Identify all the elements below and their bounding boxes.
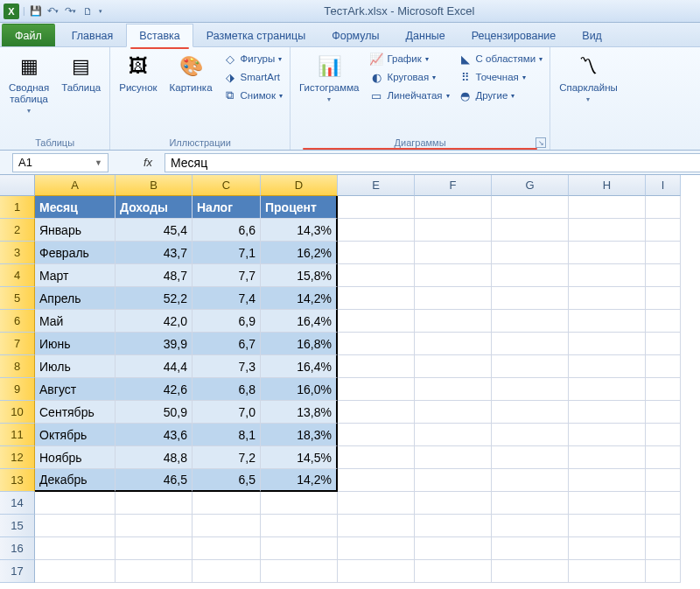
cell-D14[interactable] (261, 492, 338, 515)
cell-H11[interactable] (569, 424, 646, 446)
cell-A3[interactable]: Февраль (35, 242, 116, 264)
cell-E9[interactable] (338, 378, 415, 401)
scatter-chart-button[interactable]: ⠿Точечная ▾ (457, 69, 545, 85)
col-header-G[interactable]: G (492, 175, 569, 196)
cell-A4[interactable]: Март (35, 264, 116, 287)
cell-H4[interactable] (569, 264, 646, 287)
cell-C6[interactable]: 6,9 (192, 310, 261, 333)
cell-A13[interactable]: Декабрь (35, 469, 116, 492)
cell-I12[interactable] (646, 446, 681, 469)
row-header-5[interactable]: 5 (0, 287, 35, 310)
cell-I17[interactable] (646, 560, 681, 583)
cell-D10[interactable]: 13,8% (261, 401, 338, 424)
cell-E10[interactable] (338, 401, 415, 424)
cell-B2[interactable]: 45,4 (116, 219, 192, 242)
tab-page-layout[interactable]: Разметка страницы (193, 24, 318, 46)
cell-D8[interactable]: 16,4% (261, 355, 338, 378)
tab-home[interactable]: Главная (59, 24, 127, 46)
cell-F1[interactable] (415, 196, 492, 219)
cell-F5[interactable] (415, 287, 492, 310)
cell-A5[interactable]: Апрель (35, 287, 116, 310)
col-header-B[interactable]: B (116, 175, 192, 196)
cell-F11[interactable] (415, 424, 492, 446)
shapes-button[interactable]: ◇Фигуры ▾ (221, 51, 284, 67)
cell-B6[interactable]: 42,0 (116, 310, 192, 333)
undo-icon[interactable]: ↶▾ (46, 4, 60, 18)
cell-A14[interactable] (35, 492, 116, 515)
bar-chart-button[interactable]: ▭Линейчатая ▾ (368, 88, 451, 103)
cell-F8[interactable] (415, 355, 492, 378)
cell-D7[interactable]: 16,8% (261, 333, 338, 355)
cell-A11[interactable]: Октябрь (35, 424, 116, 446)
cell-A6[interactable]: Май (35, 310, 116, 333)
cell-D3[interactable]: 16,2% (261, 242, 338, 264)
cell-D13[interactable]: 14,2% (261, 469, 338, 492)
row-header-4[interactable]: 4 (0, 264, 35, 287)
cell-E4[interactable] (338, 264, 415, 287)
row-header-12[interactable]: 12 (0, 446, 35, 469)
cell-A17[interactable] (35, 560, 116, 583)
cell-G10[interactable] (492, 401, 569, 424)
row-header-17[interactable]: 17 (0, 560, 35, 583)
charts-dialog-launcher[interactable]: ↘ (536, 137, 546, 148)
cell-B16[interactable] (116, 537, 192, 560)
col-header-D[interactable]: D (261, 175, 338, 196)
row-header-2[interactable]: 2 (0, 219, 35, 242)
cell-D2[interactable]: 14,3% (261, 219, 338, 242)
excel-app-icon[interactable]: X (4, 4, 19, 19)
cell-A9[interactable]: Август (35, 378, 116, 401)
cell-G11[interactable] (492, 424, 569, 446)
cell-H15[interactable] (569, 515, 646, 537)
col-header-E[interactable]: E (338, 175, 415, 196)
row-header-9[interactable]: 9 (0, 378, 35, 401)
cell-D16[interactable] (261, 537, 338, 560)
cell-A10[interactable]: Сентябрь (35, 401, 116, 424)
cell-E14[interactable] (338, 492, 415, 515)
cell-C5[interactable]: 7,4 (192, 287, 261, 310)
cell-G1[interactable] (492, 196, 569, 219)
cell-C14[interactable] (192, 492, 261, 515)
row-header-1[interactable]: 1 (0, 196, 35, 219)
tab-data[interactable]: Данные (393, 24, 458, 46)
cell-I2[interactable] (646, 219, 681, 242)
cell-I13[interactable] (646, 469, 681, 492)
cell-F9[interactable] (415, 378, 492, 401)
cell-D4[interactable]: 15,8% (261, 264, 338, 287)
tab-view[interactable]: Вид (569, 24, 615, 46)
cell-H5[interactable] (569, 287, 646, 310)
cell-D17[interactable] (261, 560, 338, 583)
cell-H14[interactable] (569, 492, 646, 515)
cell-I5[interactable] (646, 287, 681, 310)
cell-H9[interactable] (569, 378, 646, 401)
tab-formulas[interactable]: Формулы (318, 24, 392, 46)
row-header-7[interactable]: 7 (0, 333, 35, 355)
cell-A16[interactable] (35, 537, 116, 560)
cell-G12[interactable] (492, 446, 569, 469)
cell-C10[interactable]: 7,0 (192, 401, 261, 424)
cell-F16[interactable] (415, 537, 492, 560)
histogram-button[interactable]: 📊 Гистограмма ▾ (296, 51, 362, 105)
cell-I11[interactable] (646, 424, 681, 446)
spreadsheet-grid[interactable]: ABCDEFGHI1МесяцДоходыНалогПроцент2Январь… (0, 175, 700, 583)
row-header-6[interactable]: 6 (0, 310, 35, 333)
col-header-A[interactable]: A (35, 175, 116, 196)
cell-A15[interactable] (35, 515, 116, 537)
cell-H3[interactable] (569, 242, 646, 264)
cell-G3[interactable] (492, 242, 569, 264)
row-header-11[interactable]: 11 (0, 424, 35, 446)
cell-B5[interactable]: 52,2 (116, 287, 192, 310)
tab-review[interactable]: Рецензирование (458, 24, 570, 46)
cell-A8[interactable]: Июль (35, 355, 116, 378)
cell-H13[interactable] (569, 469, 646, 492)
cell-I10[interactable] (646, 401, 681, 424)
cell-F12[interactable] (415, 446, 492, 469)
cell-C7[interactable]: 6,7 (192, 333, 261, 355)
new-doc-icon[interactable]: 🗋 (81, 4, 95, 18)
tab-file[interactable]: Файл (2, 24, 55, 46)
cell-B17[interactable] (116, 560, 192, 583)
redo-icon[interactable]: ↷▾ (64, 4, 78, 18)
cell-I9[interactable] (646, 378, 681, 401)
other-charts-button[interactable]: ◓Другие ▾ (457, 88, 545, 103)
cell-C11[interactable]: 8,1 (192, 424, 261, 446)
cell-E2[interactable] (338, 219, 415, 242)
